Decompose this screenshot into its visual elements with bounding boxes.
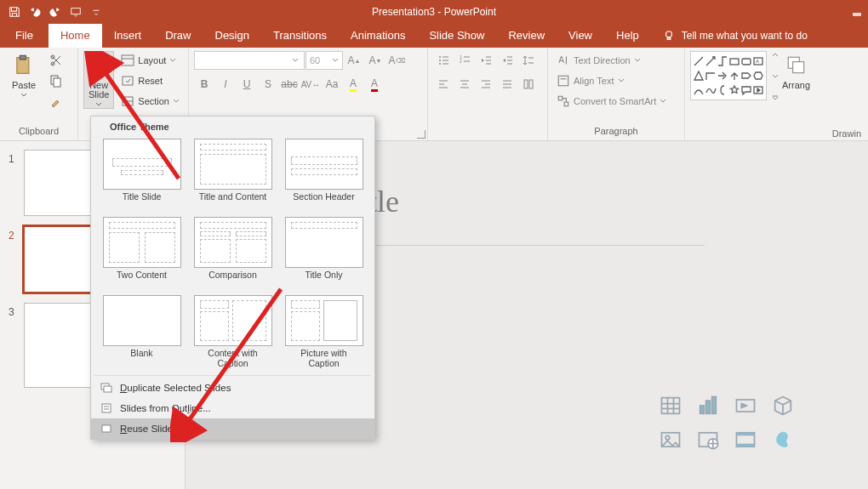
shape-action-icon[interactable] [752, 83, 764, 98]
tab-draw[interactable]: Draw [153, 24, 203, 48]
font-color-button[interactable]: A [364, 75, 385, 94]
gallery-more-icon[interactable] [772, 95, 779, 102]
section-button[interactable]: Section [117, 92, 183, 111]
tell-me-search[interactable]: Tell me what you want to do [663, 24, 808, 48]
slides-from-outline-menuitem[interactable]: Slides from Outline... [91, 398, 374, 418]
duplicate-slides-menuitem[interactable]: Duplicate Selected Slides [91, 378, 374, 398]
insert-smartart-icon[interactable] [728, 390, 762, 421]
underline-button[interactable]: U [237, 75, 257, 94]
text-direction-button[interactable]: AText Direction [553, 51, 644, 70]
insert-video-icon[interactable] [728, 424, 762, 455]
italic-button[interactable]: I [215, 75, 236, 94]
insert-online-picture-icon[interactable] [691, 424, 725, 455]
shapes-gallery[interactable]: A [690, 51, 767, 100]
slideshow-icon[interactable] [66, 3, 85, 21]
redo-icon[interactable] [46, 3, 65, 21]
numbering-button[interactable]: 12 [454, 51, 475, 70]
layout-label: Title Slide [103, 190, 181, 212]
layout-content-caption[interactable]: Content with Caption [187, 293, 278, 370]
paste-button[interactable]: Paste [5, 51, 43, 99]
tab-insert[interactable]: Insert [102, 24, 154, 48]
shape-pentagon-icon[interactable] [740, 68, 752, 82]
svg-rect-61 [792, 62, 803, 73]
tab-file[interactable]: File [0, 24, 49, 48]
layout-section-header[interactable]: Section Header [278, 137, 369, 213]
tab-transitions[interactable]: Transitions [261, 24, 339, 48]
shape-triangle-icon[interactable] [693, 68, 705, 82]
clear-formatting-button[interactable]: A⌫ [386, 51, 407, 70]
shape-rect-icon[interactable] [728, 54, 740, 68]
font-family-input[interactable] [194, 51, 305, 70]
layout-button[interactable]: Layout [117, 51, 183, 70]
shape-curve-icon[interactable] [693, 83, 705, 98]
shape-arrow-icon[interactable] [717, 68, 728, 82]
save-icon[interactable] [5, 3, 24, 21]
decrease-indent-button[interactable] [476, 51, 496, 70]
highlight-button[interactable]: A [343, 75, 363, 94]
tab-home[interactable]: Home [49, 24, 102, 48]
convert-smartart-button[interactable]: Convert to SmartArt [553, 92, 670, 111]
arrange-button[interactable]: Arrang [782, 51, 810, 90]
gallery-up-icon[interactable] [772, 51, 779, 58]
layout-title-only[interactable]: Title Only [278, 215, 369, 292]
insert-chart-icon[interactable] [691, 390, 725, 421]
insert-3d-icon[interactable] [766, 390, 800, 421]
bold-button[interactable]: B [194, 75, 214, 94]
layout-blank[interactable]: Blank [96, 293, 187, 370]
cut-button[interactable] [46, 51, 66, 70]
ribbon-options-icon[interactable] [846, 0, 868, 24]
tab-review[interactable]: Review [496, 24, 557, 48]
insert-icon-icon[interactable] [766, 424, 800, 455]
justify-button[interactable] [497, 75, 517, 94]
layout-title-content[interactable]: Title and Content [187, 137, 278, 213]
shape-callout-icon[interactable] [740, 83, 752, 98]
shape-line-icon[interactable] [693, 54, 705, 68]
tab-design[interactable]: Design [203, 24, 261, 48]
layout-two-content[interactable]: Two Content [96, 215, 187, 292]
shape-elbow-icon[interactable] [705, 68, 717, 82]
align-text-button[interactable]: Align Text [553, 71, 628, 90]
shape-connector-icon[interactable] [717, 54, 728, 68]
insert-table-icon[interactable] [654, 390, 688, 421]
shape-roundrect-icon[interactable] [740, 54, 752, 68]
align-right-button[interactable] [476, 75, 496, 94]
columns-button[interactable] [518, 75, 539, 94]
layout-title-slide[interactable]: Title Slide [96, 137, 187, 213]
insert-picture-icon[interactable] [654, 424, 688, 455]
strikethrough-button[interactable]: abc [279, 75, 300, 94]
tab-view[interactable]: View [557, 24, 604, 48]
align-center-button[interactable] [454, 75, 475, 94]
copy-button[interactable] [46, 71, 66, 90]
tab-slideshow[interactable]: Slide Show [417, 24, 496, 48]
dialog-launcher-icon[interactable] [417, 130, 425, 139]
align-left-button[interactable] [433, 75, 454, 94]
char-spacing-button[interactable]: AV↔ [300, 75, 321, 94]
layout-picture-caption[interactable]: Picture with Caption [278, 293, 369, 370]
shape-freeform-icon[interactable] [705, 83, 717, 98]
new-slide-button[interactable]: New Slide [83, 51, 114, 109]
tab-help[interactable]: Help [604, 24, 651, 48]
gallery-down-icon[interactable] [772, 73, 779, 80]
shape-uparrow-icon[interactable] [728, 68, 740, 82]
decrease-font-button[interactable]: A▼ [365, 51, 385, 70]
shape-brace-icon[interactable] [717, 83, 728, 98]
font-size-input[interactable]: 60 [306, 51, 343, 70]
qat-more-icon[interactable] [87, 3, 106, 21]
increase-indent-button[interactable] [497, 51, 517, 70]
increase-font-button[interactable]: A▲ [344, 51, 364, 70]
svg-rect-1 [854, 14, 860, 15]
reuse-slides-menuitem[interactable]: Reuse Slides... [91, 418, 374, 439]
undo-icon[interactable] [26, 3, 44, 21]
shape-hexagon-icon[interactable] [752, 68, 764, 82]
shape-line-arrow-icon[interactable] [705, 54, 717, 68]
layout-comparison[interactable]: Comparison [187, 215, 278, 292]
line-spacing-button[interactable] [518, 51, 539, 70]
format-painter-button[interactable] [46, 92, 66, 111]
bullets-button[interactable] [433, 51, 454, 70]
tab-animations[interactable]: Animations [339, 24, 417, 48]
reset-button[interactable]: Reset [117, 71, 183, 90]
shadow-button[interactable]: S [258, 75, 278, 94]
shape-textbox-icon[interactable]: A [752, 54, 764, 68]
shape-star-icon[interactable] [728, 83, 740, 98]
change-case-button[interactable]: Aa [322, 75, 342, 94]
